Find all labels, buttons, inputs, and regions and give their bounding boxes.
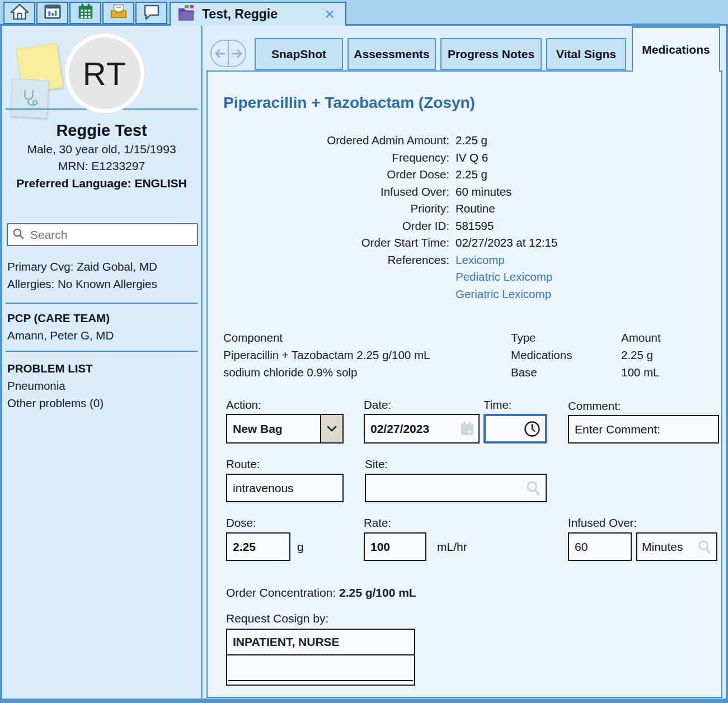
close-icon[interactable]: ✕ — [322, 8, 337, 21]
patient-name: Reggie Test — [2, 120, 201, 141]
rate-unit: mL/hr — [437, 540, 467, 554]
component-table: Component Type Amount Piperacillin + Taz… — [223, 329, 711, 381]
coverage-allergies-block: Primary Cvg: Zaid Gobal, MD Allergies: N… — [7, 258, 198, 292]
component-header: Component — [223, 329, 511, 346]
problem-list-block: PROBLEM LIST Pneumonia Other problems (0… — [7, 360, 198, 412]
site-input[interactable] — [366, 475, 546, 501]
patient-language: Preferred Language: ENGLISH — [2, 174, 201, 192]
problem-item[interactable]: Other problems (0) — [7, 394, 198, 412]
inbox-print-icon — [109, 2, 129, 23]
detail-value: 2.25 g — [455, 166, 487, 183]
order-details: Ordered Admin Amount:2.25 g Frequency:IV… — [208, 132, 721, 303]
dropdown-button[interactable] — [320, 415, 342, 442]
avatar: RT — [65, 34, 144, 113]
calendar-picker-icon[interactable] — [460, 421, 475, 437]
references-label: References: — [208, 252, 449, 303]
messages-button[interactable] — [135, 2, 167, 24]
detail-label: Infused Over: — [208, 183, 449, 201]
comment-field — [568, 415, 719, 443]
cosign-listbox[interactable]: INPATIENT, NURSE — [226, 629, 415, 686]
dose-input[interactable] — [227, 534, 289, 560]
stethoscope-note-icon[interactable] — [10, 78, 49, 118]
divider — [6, 303, 198, 304]
dose-label: Dose: — [226, 516, 256, 530]
tab-progress-notes[interactable]: Progress Notes — [440, 38, 542, 70]
comment-input[interactable] — [569, 416, 718, 442]
cosign-scrollbar[interactable] — [228, 680, 413, 685]
cosign-label: Request Cosign by: — [226, 612, 328, 625]
detail-label: Order ID: — [208, 218, 449, 235]
tab-scroll-arrows — [210, 40, 246, 67]
detail-value: 2.25 g — [455, 132, 487, 149]
rate-input[interactable] — [365, 534, 425, 560]
comment-label: Comment: — [568, 399, 621, 413]
tab-assessments[interactable]: Assessments — [347, 38, 436, 70]
problem-list-header: PROBLEM LIST — [7, 360, 198, 377]
arrow-right-icon — [231, 48, 244, 59]
chevron-down-icon — [326, 425, 337, 433]
route-field — [226, 474, 344, 502]
top-toolbar: Test, Reggie ✕ — [0, 0, 728, 26]
arrow-left-icon — [213, 48, 227, 59]
home-button[interactable] — [3, 2, 35, 24]
infused-over-label: Infused Over: — [568, 516, 637, 530]
reports-button[interactable] — [36, 2, 68, 24]
bar-chart-icon — [43, 2, 62, 23]
app-window: Test, Reggie ✕ RT Reggie Test Male, 30 y… — [0, 0, 728, 703]
route-label: Route: — [226, 457, 260, 471]
action-label: Action: — [226, 398, 261, 412]
patient-chart-tab[interactable]: Test, Reggie ✕ — [170, 2, 346, 26]
detail-value: 581595 — [455, 218, 494, 235]
detail-value: 60 minutes — [455, 183, 511, 201]
medications-panel: Piperacillin + Tazobactam (Zosyn) Ordere… — [206, 70, 722, 698]
tab-medications[interactable]: Medications — [632, 23, 720, 72]
detail-label: Ordered Admin Amount: — [208, 132, 449, 149]
site-lookup-icon[interactable] — [525, 480, 542, 497]
infused-over-input[interactable] — [569, 534, 631, 560]
cosign-selected-option[interactable]: INPATIENT, NURSE — [227, 630, 414, 655]
sidebar-search[interactable] — [7, 223, 198, 246]
tab-snapshot[interactable]: SnapShot — [255, 38, 343, 70]
type-cell: Base — [511, 364, 621, 381]
infused-over-unit-combo[interactable]: Minutes — [636, 532, 717, 561]
tab-vital-signs[interactable]: Vital Signs — [546, 38, 626, 70]
detail-label: Priority: — [208, 200, 449, 218]
action-dropdown[interactable]: New Bag — [226, 414, 344, 443]
pcp-provider: Amann, Peter G, MD — [7, 327, 198, 344]
detail-value: 02/27/2023 at 12:15 — [455, 234, 557, 252]
patient-sidebar: RT Reggie Test Male, 30 year old, 1/15/1… — [2, 26, 203, 699]
print-queue-button[interactable] — [102, 2, 134, 24]
scroll-right-button[interactable] — [228, 41, 245, 66]
date-field — [364, 414, 480, 443]
component-cell: Piperacillin + Tazobactam 2.25 g/100 mL — [223, 346, 511, 364]
patient-mrn: MRN: E1233297 — [2, 158, 201, 174]
route-input[interactable] — [227, 475, 342, 501]
action-value: New Bag — [227, 422, 320, 436]
references-links: Lexicomp Pediatric Lexicomp Geriatric Le… — [455, 252, 552, 303]
problem-item: Pneumonia — [7, 377, 198, 394]
infused-over-field — [568, 532, 632, 561]
schedule-button[interactable] — [69, 2, 101, 24]
patient-demographics: Male, 30 year old, 1/15/1993 — [2, 141, 201, 158]
type-header: Type — [511, 329, 621, 346]
link-geriatric-lexicomp[interactable]: Geriatric Lexicomp — [455, 286, 552, 303]
search-input[interactable] — [29, 228, 192, 242]
clock-icon[interactable] — [523, 420, 541, 438]
link-pediatric-lexicomp[interactable]: Pediatric Lexicomp — [455, 268, 552, 286]
scroll-left-button[interactable] — [212, 41, 228, 66]
time-field — [483, 414, 547, 443]
stethoscope-icon — [20, 88, 40, 109]
site-field — [365, 474, 547, 502]
allergies: Allergies: No Known Allergies — [7, 275, 198, 292]
main-area: SnapShot Assessments Progress Notes Vita… — [203, 26, 726, 699]
primary-coverage: Primary Cvg: Zaid Gobal, MD — [7, 258, 198, 275]
patient-tab-title: Test, Reggie — [202, 7, 316, 22]
site-label: Site: — [365, 457, 388, 471]
patient-header: Reggie Test Male, 30 year old, 1/15/1993… — [2, 120, 201, 192]
date-label: Date: — [364, 398, 391, 412]
avatar-initials: RT — [83, 55, 126, 92]
unit-lookup-icon[interactable] — [697, 539, 712, 555]
cosign-empty-row[interactable] — [227, 655, 414, 680]
detail-label: Frequency: — [208, 149, 449, 167]
link-lexicomp[interactable]: Lexicomp — [455, 252, 552, 269]
